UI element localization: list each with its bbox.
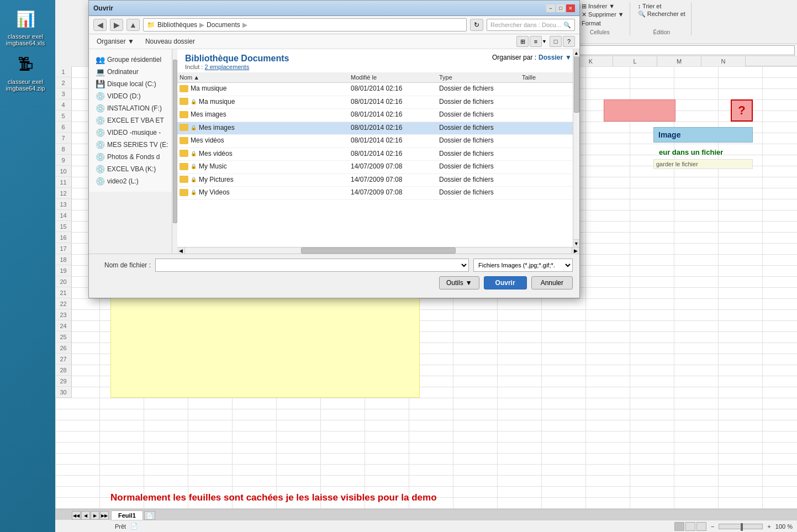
groupe-residentiel-icon: 👥: [96, 55, 105, 64]
file-row-4[interactable]: Mes vidéos 08/01/2014 02:16 Dossier de f…: [177, 135, 579, 148]
dialog-forward-btn[interactable]: ▶: [110, 19, 123, 31]
mes-series-tv-icon: 💿: [96, 140, 105, 149]
dialog-annuler-btn[interactable]: Annuler: [531, 276, 573, 289]
add-sheet-btn[interactable]: 📄: [144, 511, 155, 520]
dialog-footer: Nom de fichier : Fichiers Images (*.jpg;…: [89, 254, 579, 294]
file-date-7: 14/07/2009 07:08: [351, 176, 439, 185]
dialog-maximize-btn[interactable]: □: [556, 4, 565, 12]
scrollbar-left-btn[interactable]: ◀: [177, 247, 185, 254]
file-type-3: Dossier de fichiers: [439, 124, 522, 133]
file-type-6: Dossier de fichiers: [439, 162, 522, 172]
normal-view-btn[interactable]: [674, 522, 684, 531]
dialog-up-btn[interactable]: ▲: [126, 19, 140, 31]
file-row-3[interactable]: 🔒 Mes images 08/01/2014 02:16 Dossier de…: [177, 122, 579, 135]
nav-item-disque-c[interactable]: 💾 Disque local (C:): [93, 78, 172, 90]
nav-item-video2-l[interactable]: 💿 video2 (L:): [93, 175, 172, 187]
file-type-5: Dossier de fichiers: [439, 150, 522, 159]
dialog-new-folder-btn[interactable]: Nouveau dossier: [142, 36, 198, 46]
nav-item-video-d[interactable]: 💿 VIDEO (D:): [93, 90, 172, 102]
nav-item-excel-vba-et[interactable]: 💿 EXCEL ET VBA ET: [93, 114, 172, 127]
locations-link[interactable]: 2 emplacements: [204, 64, 249, 70]
dialog-organiser-btn[interactable]: Organiser ▼: [93, 36, 138, 46]
page-layout-btn[interactable]: [685, 522, 695, 531]
nav-label-excel-vba-et: EXCEL ET VBA ET: [107, 117, 164, 124]
dialog-view-details-btn[interactable]: ≡: [530, 36, 542, 47]
scrollbar-right-btn[interactable]: ▶: [572, 247, 579, 254]
ribbon-inserer-btn[interactable]: ⊞ ⊞ Insérer ▼: [573, 2, 626, 10]
filetype-select[interactable]: Fichiers Images (*.jpg;*.gif;*.: [473, 259, 573, 272]
ribbon-supprimer-btn[interactable]: ✕ ✕ Supprimer ▼: [573, 10, 626, 19]
scrollbar-down-btn[interactable]: ▼: [573, 239, 579, 247]
nav-scrollbar-thumb: [173, 60, 177, 192]
excel-icon-label: classeur exel imgbase64.xls: [6, 33, 45, 46]
dialog-search-bar[interactable]: Rechercher dans : Docu... 🔍: [487, 19, 575, 31]
file-name-5: 🔒 Mes vidéos: [180, 150, 351, 159]
zoom-plus[interactable]: +: [767, 523, 770, 530]
sheet-tab-feuil1[interactable]: Feuil1: [111, 510, 143, 520]
dialog-path-bar[interactable]: 📁 Bibliothèques ▶ Documents ▶: [143, 18, 467, 31]
col-L: L: [613, 56, 657, 66]
ribbon-rechercher-btn[interactable]: 🔍 Rechercher et: [636, 10, 688, 18]
page-break-btn[interactable]: [696, 522, 706, 531]
sheet-prev-btn[interactable]: ◀: [81, 511, 90, 520]
dialog-ouvrir-btn[interactable]: Ouvrir: [484, 276, 527, 289]
file-row-0[interactable]: Ma musique 08/01/2014 02:16 Dossier de f…: [177, 83, 579, 96]
nav-item-excel-vba-k[interactable]: 💿 EXCEL VBA (K:): [93, 163, 172, 175]
col-header-type[interactable]: Type: [439, 74, 522, 81]
nav-item-mes-series-tv[interactable]: 💿 MES SERIES TV (E:: [93, 139, 172, 151]
desktop-icon-excel[interactable]: 📊 classeur exel imgbase64.xls: [6, 6, 45, 46]
filename-input[interactable]: [155, 259, 469, 272]
nav-item-instalation-f[interactable]: 💿 INSTALATION (F:): [93, 102, 172, 114]
file-row-2[interactable]: Mes images 08/01/2014 02:16 Dossier de f…: [177, 109, 579, 122]
file-row-8[interactable]: 🔒 My Videos 14/07/2009 07:08 Dossier de …: [177, 187, 579, 200]
desktop-icon-zip[interactable]: 🗜 classeur exel imgbase64.zip: [6, 51, 45, 92]
nav-item-video-musique[interactable]: 💿 VIDEO -musique -: [93, 127, 172, 139]
content-scrollbar-thumb: [574, 53, 579, 112]
col-header-nom[interactable]: Nom ▲: [180, 74, 351, 81]
dialog-preview-btn[interactable]: □: [550, 36, 562, 47]
zip-icon: 🗜: [12, 51, 39, 77]
file-row-6[interactable]: 🔒 My Music 14/07/2009 07:08 Dossier de f…: [177, 161, 579, 174]
dialog-help-btn[interactable]: ?: [563, 36, 575, 47]
dialog-outils-btn[interactable]: Outils ▼: [439, 276, 479, 289]
file-row-7[interactable]: 🔒 My Pictures 14/07/2009 07:08 Dossier d…: [177, 174, 579, 187]
image-label-cell: Image: [653, 127, 753, 143]
row-26: 26: [55, 343, 71, 354]
lock-badge-6: 🔒: [191, 164, 197, 169]
ribbon-format-btn[interactable]: ⊟ Format: [573, 19, 626, 27]
lock-badge-3: 🔒: [191, 125, 197, 130]
photos-fonds-icon: 💿: [96, 152, 105, 161]
folder-icon-8: [180, 189, 188, 196]
col-header-modifie[interactable]: Modifié le: [351, 74, 439, 81]
organiser-par-link[interactable]: Dossier: [539, 54, 563, 61]
help-icon: ?: [567, 38, 571, 45]
content-scrollbar-horiz[interactable]: ◀ ▶: [177, 247, 579, 254]
zoom-minus[interactable]: −: [711, 523, 714, 530]
view-dropdown-arrow[interactable]: ▼: [542, 39, 548, 44]
up-icon: ▲: [129, 20, 137, 29]
folder-icon-2: [180, 111, 188, 118]
sheet-first-btn[interactable]: ◀◀: [72, 511, 81, 520]
scrollbar-up-btn[interactable]: ▲: [573, 49, 579, 57]
pink-cell[interactable]: [604, 99, 675, 122]
ribbon-trier-btn[interactable]: ↕ Trier et: [636, 2, 688, 10]
row-10: 10: [55, 166, 71, 177]
sheet-last-btn[interactable]: ▶▶: [100, 511, 109, 520]
dialog-view-list-btn[interactable]: ⊞: [516, 36, 529, 47]
col-header-taille[interactable]: Taille: [522, 74, 577, 81]
nav-item-photos-fonds[interactable]: 💿 Photos & Fonds d: [93, 151, 172, 163]
sheet-next-btn[interactable]: ▶: [91, 511, 99, 520]
nav-scrollbar[interactable]: [172, 49, 177, 192]
row-numbers-col: 1 2 3 4 5 6 7 8 9 10 11 12 13 14 15 16 1…: [55, 66, 72, 398]
file-row-1[interactable]: 🔒 Ma musique 08/01/2014 02:16 Dossier de…: [177, 96, 579, 109]
file-row-5[interactable]: 🔒 Mes vidéos 08/01/2014 02:16 Dossier de…: [177, 148, 579, 161]
nav-item-groupe-residentiel[interactable]: 👥 Groupe résidentiel: [93, 54, 172, 66]
edition-label: Édition: [653, 29, 671, 35]
dialog-close-btn[interactable]: ✕: [566, 4, 575, 12]
dialog-minimize-btn[interactable]: −: [546, 4, 555, 12]
nav-item-ordinateur[interactable]: 💻 Ordinateur: [93, 66, 172, 78]
dialog-refresh-btn[interactable]: ↻: [470, 19, 483, 31]
content-scrollbar[interactable]: ▲ ▼: [573, 49, 579, 247]
dialog-back-btn[interactable]: ◀: [93, 19, 107, 31]
zoom-slider[interactable]: [719, 524, 763, 529]
